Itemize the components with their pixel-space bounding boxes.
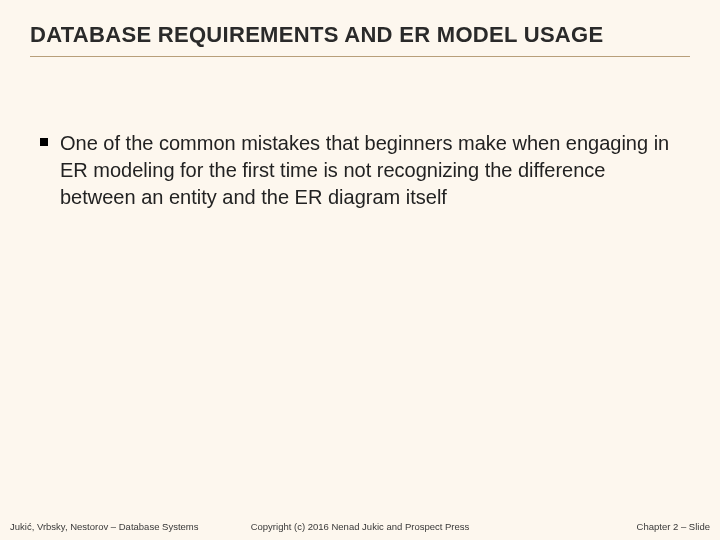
footer-authors: Jukić, Vrbsky, Nestorov – Database Syste… (10, 521, 243, 532)
content-area: One of the common mistakes that beginner… (40, 130, 670, 211)
title-area: DATABASE REQUIREMENTS AND ER MODEL USAGE (30, 22, 690, 57)
footer: Jukić, Vrbsky, Nestorov – Database Syste… (0, 521, 720, 534)
slide-title: DATABASE REQUIREMENTS AND ER MODEL USAGE (30, 22, 690, 57)
square-bullet-icon (40, 138, 48, 146)
footer-chapter: Chapter 2 – Slide (477, 521, 710, 532)
bullet-item: One of the common mistakes that beginner… (40, 130, 670, 211)
bullet-text: One of the common mistakes that beginner… (60, 130, 670, 211)
footer-copyright: Copyright (c) 2016 Nenad Jukic and Prosp… (243, 521, 476, 532)
slide: DATABASE REQUIREMENTS AND ER MODEL USAGE… (0, 0, 720, 540)
